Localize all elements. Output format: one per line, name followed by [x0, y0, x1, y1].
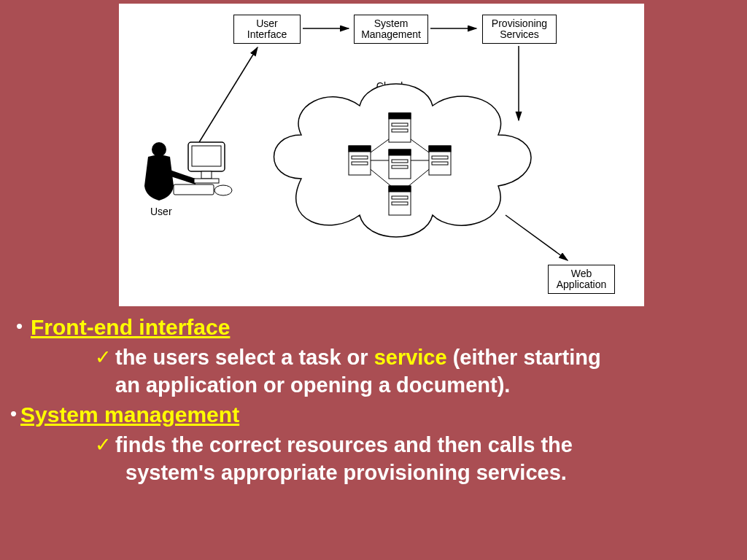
architecture-diagram: User Interface System Management Provisi…: [119, 4, 644, 306]
svg-rect-14: [349, 146, 371, 175]
svg-rect-21: [432, 162, 448, 165]
svg-line-6: [400, 131, 440, 160]
heading-frontend: Front-end interface: [31, 315, 230, 340]
p1c: (either starting: [447, 346, 601, 369]
bullet-dot-icon: •: [16, 315, 23, 338]
box-system-management: System Management: [354, 15, 428, 44]
check-icon: ✓: [95, 433, 112, 456]
svg-rect-27: [389, 186, 411, 192]
svg-rect-17: [352, 162, 368, 165]
svg-rect-24: [392, 160, 408, 163]
diagram-graphics: [119, 4, 644, 306]
p1b-highlight: service: [374, 346, 447, 369]
user-icon: [144, 142, 196, 201]
svg-rect-23: [389, 149, 411, 155]
p1-line1: the users select a task or service (eith…: [115, 346, 601, 370]
box-user-interface: User Interface: [233, 15, 301, 44]
user-label: User: [150, 206, 172, 217]
svg-rect-18: [429, 146, 451, 175]
svg-rect-31: [188, 142, 225, 171]
bullet-dot-icon: •: [10, 402, 17, 425]
svg-rect-13: [392, 129, 408, 132]
svg-rect-28: [392, 196, 408, 199]
svg-point-30: [152, 142, 166, 157]
svg-rect-11: [389, 113, 411, 119]
svg-line-4: [506, 215, 568, 260]
svg-rect-34: [194, 179, 219, 183]
monitor-icon: [174, 142, 232, 195]
check-icon: ✓: [95, 346, 112, 369]
svg-line-8: [400, 160, 440, 193]
svg-rect-26: [389, 186, 411, 215]
box-provisioning-services: Provisioning Services: [482, 15, 557, 44]
svg-rect-16: [352, 156, 368, 159]
svg-rect-15: [349, 146, 371, 152]
svg-rect-20: [432, 156, 448, 159]
svg-rect-19: [429, 146, 451, 152]
svg-rect-25: [392, 166, 408, 168]
cloud-label: Cloud Servers: [372, 81, 407, 104]
svg-rect-10: [389, 113, 411, 142]
svg-rect-22: [389, 149, 411, 179]
svg-rect-29: [392, 202, 408, 205]
heading-system-management: System management: [20, 402, 239, 427]
p1a: the users select a task or: [115, 346, 374, 369]
svg-rect-35: [174, 184, 214, 195]
svg-line-7: [360, 160, 400, 193]
svg-rect-33: [201, 171, 212, 179]
svg-line-0: [199, 47, 258, 142]
box-web-application: Web Application: [548, 265, 615, 294]
svg-point-36: [214, 185, 232, 195]
svg-rect-32: [192, 146, 221, 166]
p2-line2: system's appropriate provisioning servic…: [125, 461, 567, 485]
p1-line2: an application or opening a document).: [115, 373, 510, 397]
p2-line1: finds the correct resources and then cal…: [115, 433, 573, 457]
svg-line-5: [360, 131, 400, 160]
svg-rect-12: [392, 123, 408, 126]
